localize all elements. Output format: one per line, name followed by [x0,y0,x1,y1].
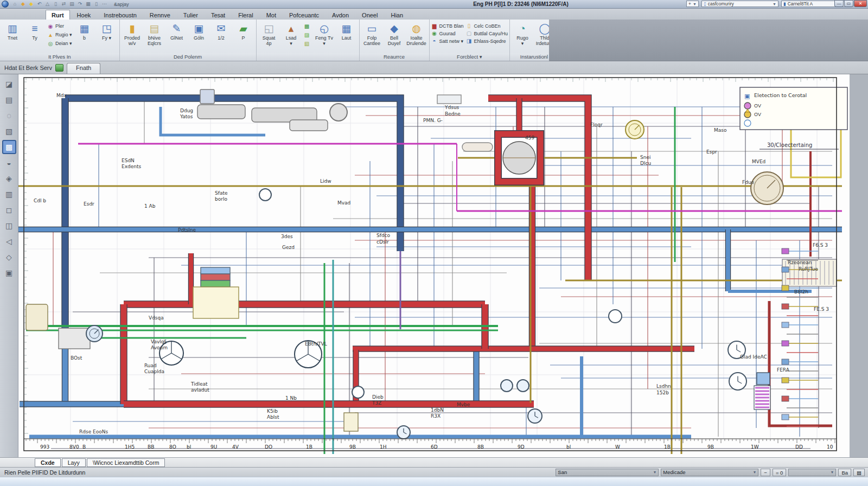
polygon-tool[interactable]: ◇ [3,251,16,264]
ba-button[interactable]: Ba [838,469,851,476]
instrument-circle[interactable] [352,386,364,398]
hatch-tool[interactable]: ▧ [3,125,16,138]
ribbon-check-item[interactable]: ▢Buttlal Cayu/Hu [466,30,508,36]
more-icon[interactable]: ⋯ [100,1,108,8]
close-button[interactable]: ✕ [854,0,867,7]
status-combo-1[interactable]: San▼ [556,469,659,476]
layout-tab-1[interactable]: Layy [62,458,86,467]
equipment-block[interactable] [197,105,245,119]
doc-icon[interactable]: ▯ [92,1,100,8]
manifold-block[interactable] [782,414,789,420]
ribbon-button[interactable]: ▰P [233,21,254,52]
ribbon-tab-tulier[interactable]: Tulier [177,10,204,20]
drawing-tab[interactable]: Fnath [67,63,100,74]
ribbon-button[interactable]: ◔Rugo ▾ [512,21,533,52]
shade-tool[interactable]: ◒ [3,156,16,169]
equipment-block[interactable] [201,280,230,287]
ribbon-tab-fleral[interactable]: Fleral [232,10,259,20]
ribbon-check-item[interactable]: ▯Celc CoBEn [466,23,508,29]
diamond-tool[interactable]: ◈ [3,172,16,185]
equipment-block[interactable] [26,304,48,330]
rect-tool[interactable]: ◻ [3,203,16,216]
ribbon-tab-avdon[interactable]: Avdon [326,10,355,20]
sheet-icon[interactable]: ▦ [84,1,92,8]
manifold-block[interactable] [782,248,789,254]
clipboard-icon[interactable]: ▤ [68,1,76,8]
layout-tab-0[interactable]: Cxde [35,458,61,467]
manifold-block[interactable] [782,341,789,346]
equipment-block[interactable] [200,89,214,104]
drawing-file-icon[interactable] [55,64,63,72]
manifold-block[interactable] [782,285,789,291]
ribbon-button[interactable]: ▭Folp Cantlee [361,21,383,52]
grid-toggle-button[interactable]: ▤ [853,469,865,476]
ribbon-button[interactable]: ◱Squat 4p [258,21,280,52]
ribbon-check-item[interactable]: ◉Guurad [431,30,464,36]
ribbon-tab-pofceuantc[interactable]: Pofceuantc [283,10,325,20]
ribbon-button[interactable]: ◳Fy ▾ [96,21,118,52]
ribbon-small-button[interactable]: ▲Rugio ▾ [46,30,73,39]
ribbon-tab-rurt[interactable]: Rurt [46,10,70,20]
equipment-block[interactable] [344,413,358,431]
ribbon-small-button[interactable]: ◉Pler [46,22,73,30]
instrument-circle[interactable] [330,104,347,121]
equipment-block[interactable] [201,267,230,274]
ribbon-button[interactable]: ≡Ty [24,21,46,52]
layout-icon[interactable]: ▯ [52,1,60,8]
swap-icon[interactable]: ⇄ [60,1,68,8]
instrument-circle[interactable] [259,189,271,201]
restore-button[interactable]: ▭ [844,0,853,7]
redo-icon[interactable]: ↷ [76,1,84,8]
split-tool[interactable]: ◫ [3,219,16,232]
ribbon-tab-hoek[interactable]: Hoek [71,10,97,20]
instrument-circle[interactable] [501,380,513,392]
plus-button[interactable]: +▼ [686,1,699,7]
ribbon-button[interactable]: ▣Góln [188,21,210,52]
home-icon[interactable]: ⌂ [11,1,19,8]
manifold-block[interactable] [782,396,789,401]
drawing-canvas[interactable]: ESdNExdentsDdugYatosYdsusBednePMN. G-Lid… [18,74,850,457]
ribbon-button[interactable]: ▴Lsad ▾ [280,21,302,52]
minus-button[interactable]: − [761,469,770,476]
ribbon-tab-instreboustn[interactable]: Instreboustn [98,10,143,20]
ribbon-tab-tesat[interactable]: Tesat [205,10,231,20]
equipment-block[interactable] [757,373,770,385]
equipment-block[interactable] [59,328,90,349]
ribbon-button[interactable]: ◍Ioalte Drulende [406,21,427,52]
pipe-segment[interactable] [769,301,832,426]
ribbon-button[interactable]: ▮Proded w/v [122,21,143,52]
ribbon-check-item[interactable]: ◨Ehlass-Sqedre [466,38,508,44]
minimize-button[interactable]: — [834,0,844,7]
undo-icon[interactable]: ↶ [35,1,43,8]
manifold-block[interactable] [782,304,789,309]
compass-icon[interactable]: △ [43,1,52,8]
ribbon-button[interactable]: ◆Bell Duyef [384,21,405,52]
ribbon-tab-rennve[interactable]: Rennve [144,10,176,20]
ribbon-tab-oneel[interactable]: Oneel [356,10,384,20]
select-tool[interactable]: ◪ [3,78,16,91]
status-combo-2[interactable]: Medicade▼ [661,469,758,476]
manifold-block[interactable] [782,267,789,272]
arrow-tool[interactable]: ◁ [3,235,16,248]
table-tool[interactable]: ▥ [3,188,16,201]
manifold-block[interactable] [782,359,789,364]
ribbon-small-button[interactable]: ▩ [303,22,313,30]
flag-icon[interactable]: ◆ [27,1,35,8]
manifold-block[interactable] [782,322,789,328]
image-tool[interactable]: ▩ [3,140,16,154]
ribbon-button[interactable]: ✎GlNet [166,21,188,52]
ribbon-button[interactable]: ◵Feng Tv ▾ [314,21,335,52]
ribbon-check-item[interactable]: ◓Satt netw ▾ [431,38,464,44]
equipment-block[interactable] [437,95,461,104]
ribbon-button[interactable]: ▦b [74,21,95,52]
layout-tab-2[interactable]: \Wicnoc Liexamdttib Corm [87,458,165,467]
instrument-circle[interactable] [609,310,622,323]
ribbon-small-button[interactable]: ◎Deian ▾ [46,39,73,48]
ribbon-small-button[interactable]: ▧ [303,39,313,48]
circle-tool[interactable]: ◌ [3,109,16,122]
ribbon-check-item[interactable]: ▆DCTB Blan [431,23,464,29]
status-combo-3[interactable]: ▼ [788,469,836,476]
ribbon-tab-mot[interactable]: Mot [260,10,282,20]
ribbon-button[interactable]: ✉1/2 [210,21,232,52]
equipment-block[interactable] [201,274,230,280]
